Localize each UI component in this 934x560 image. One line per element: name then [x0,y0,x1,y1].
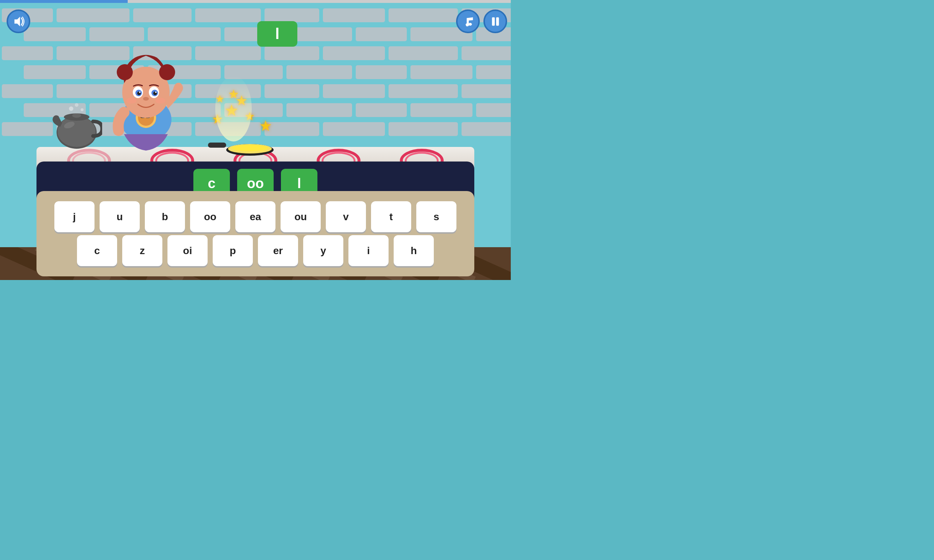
svg-point-39 [159,64,175,80]
brick [2,84,53,98]
svg-point-19 [75,103,79,107]
key-t[interactable]: t [371,201,411,232]
svg-point-15 [58,116,96,147]
brick [323,8,385,22]
key-h[interactable]: h [394,235,434,266]
svg-point-50 [156,98,166,103]
brick [410,103,472,117]
brick [323,84,385,98]
brick-row [0,44,511,63]
key-v[interactable]: v [326,201,366,232]
brick [476,103,511,117]
brick [57,8,129,22]
brick [24,27,86,41]
brick [133,8,191,22]
svg-marker-51 [14,16,20,26]
svg-point-17 [72,113,81,118]
character [95,36,197,160]
pause-button[interactable] [483,9,507,33]
key-oi[interactable]: oi [168,235,208,266]
brick [24,65,86,79]
brick [356,103,407,117]
key-i[interactable]: i [348,235,388,266]
sound-icon [12,15,26,28]
svg-point-25 [232,145,268,151]
key-j[interactable]: j [54,201,94,232]
svg-point-48 [143,97,149,101]
svg-point-53 [468,23,472,26]
music-icon [461,15,475,28]
brick [388,84,458,98]
key-s[interactable]: s [416,201,456,232]
key-u[interactable]: u [100,201,140,232]
brick [323,122,385,136]
progress-bar-fill [0,0,128,3]
brick [265,46,319,60]
sound-button[interactable] [6,9,30,33]
kettle-svg [51,96,102,151]
keyboard-row-2: c z oi p er y i h [48,235,463,266]
brick [2,46,53,60]
key-ea[interactable]: ea [235,201,276,232]
key-b[interactable]: b [145,201,185,232]
brick [388,122,458,136]
svg-point-18 [69,106,73,111]
brick [265,84,319,98]
pan-area: ★ ★ ★ ★ ★ ★ ★ [204,98,277,156]
brick-row [0,6,511,25]
progress-bar-container [0,0,511,3]
key-ou[interactable]: ou [281,201,321,232]
keyboard-area: j u b oo ea ou v t s c z oi p er y i h [37,191,474,276]
brick [287,65,352,79]
pause-icon [489,15,502,28]
brick [462,122,511,136]
svg-rect-55 [496,17,499,26]
key-p[interactable]: p [213,235,253,266]
key-er[interactable]: er [258,235,298,266]
brick [195,8,261,22]
brick [388,8,458,22]
brick [2,122,53,136]
brick [356,65,407,79]
svg-rect-22 [208,143,226,148]
brick-row [0,25,511,44]
svg-point-20 [81,108,83,111]
brick [195,46,261,60]
brick [462,46,511,60]
brick [323,46,385,60]
target-letter-box: l [257,21,297,47]
brick [265,8,319,22]
character-svg [95,36,197,160]
key-c[interactable]: c [77,235,117,266]
kettle [51,96,102,151]
svg-point-38 [117,64,133,80]
brick [462,84,511,98]
svg-point-47 [155,92,157,93]
svg-point-49 [126,98,136,103]
key-oo[interactable]: oo [190,201,230,232]
game-scene: ★ ★ ★ ★ ★ ★ ★ [0,3,511,280]
brick [410,65,472,79]
svg-rect-54 [492,17,495,26]
brick [356,27,407,41]
target-letter-text: l [275,25,279,43]
star: ★ [259,117,272,134]
keyboard-row-1: j u b oo ea ou v t s [48,201,463,232]
brick [476,65,511,79]
brick-row [0,63,511,82]
brick [388,46,458,60]
key-y[interactable]: y [303,235,343,266]
pan-svg [208,136,274,156]
key-z[interactable]: z [122,235,162,266]
music-button[interactable] [456,9,480,33]
svg-point-46 [139,92,140,93]
brick [287,103,352,117]
